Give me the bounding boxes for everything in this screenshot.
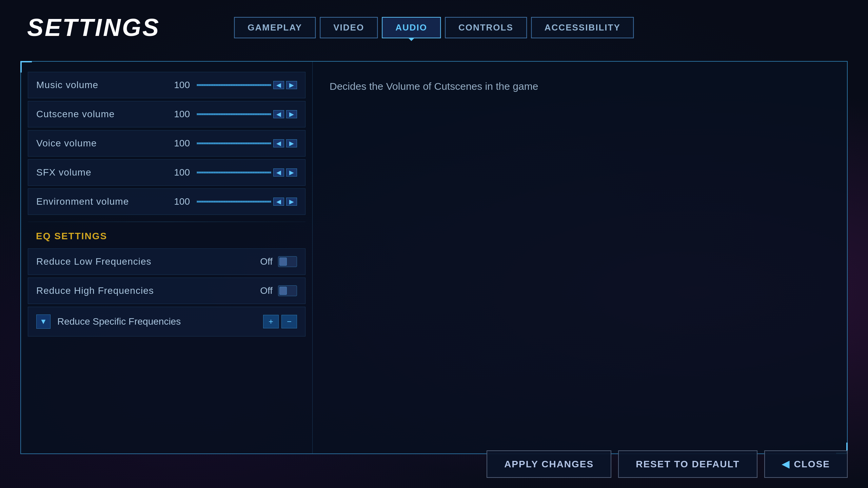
voice-slider-fill (197, 143, 271, 144)
reduce-low-freq-label: Reduce Low Frequencies (36, 256, 260, 267)
music-increase-btn[interactable]: ▶ (286, 81, 297, 89)
sfx-increase-btn[interactable]: ▶ (286, 168, 297, 177)
environment-slider-fill (197, 201, 271, 202)
close-button-label: CLOSE (794, 459, 830, 470)
reduce-high-freq-toggle[interactable] (278, 285, 297, 296)
tab-accessibility[interactable]: ACCESSIBILITY (531, 17, 634, 38)
reduce-specific-add-btn[interactable]: + (263, 315, 279, 328)
settings-list: Music volume 100 ◀ ▶ Cutscene volume 100… (21, 62, 313, 453)
voice-volume-slider[interactable]: ◀ ▶ (197, 139, 297, 147)
reduce-low-freq-toggle-container[interactable]: Off (260, 256, 297, 267)
reduce-low-freq-toggle[interactable] (278, 256, 297, 267)
cutscene-slider-track (197, 113, 271, 115)
cutscene-increase-btn[interactable]: ▶ (286, 110, 297, 118)
apply-changes-button[interactable]: APPLY CHANGES (487, 450, 611, 478)
eq-section-divider (28, 222, 305, 222)
environment-volume-value: 100 (170, 196, 190, 207)
cutscene-volume-row[interactable]: Cutscene volume 100 ◀ ▶ (28, 101, 305, 127)
cutscene-volume-slider[interactable]: ◀ ▶ (197, 110, 297, 118)
reduce-high-freq-label: Reduce High Frequencies (36, 285, 260, 296)
tab-audio[interactable]: AUDIO (382, 17, 441, 38)
reset-to-default-button[interactable]: RESET TO DEFAULT (618, 450, 757, 478)
reduce-specific-freq-label: Reduce Specific Frequencies (57, 316, 260, 327)
cutscene-volume-value: 100 (170, 109, 190, 120)
tab-controls[interactable]: CONTROLS (445, 17, 527, 38)
music-volume-value: 100 (170, 80, 190, 90)
reduce-high-freq-value: Off (260, 285, 273, 296)
close-button[interactable]: ◀ CLOSE (764, 450, 848, 478)
music-decrease-btn[interactable]: ◀ (273, 81, 284, 89)
info-panel: Decides the Volume of Cutscenes in the g… (313, 62, 847, 453)
reduce-high-freq-thumb (279, 287, 287, 295)
sfx-volume-value: 100 (170, 167, 190, 178)
cutscene-slider-fill (197, 114, 271, 115)
environment-slider-track (197, 201, 271, 203)
environment-increase-btn[interactable]: ▶ (286, 198, 297, 206)
reduce-low-freq-thumb (279, 258, 287, 266)
reduce-high-freq-row[interactable]: Reduce High Frequencies Off (28, 278, 305, 304)
music-slider-fill (197, 84, 271, 86)
music-volume-label: Music volume (36, 80, 170, 90)
sfx-volume-label: SFX volume (36, 167, 170, 178)
cutscene-volume-label: Cutscene volume (36, 109, 170, 120)
reduce-low-freq-row[interactable]: Reduce Low Frequencies Off (28, 248, 305, 275)
environment-volume-label: Environment volume (36, 196, 170, 207)
environment-volume-slider[interactable]: ◀ ▶ (197, 198, 297, 206)
reduce-low-freq-value: Off (260, 256, 273, 267)
voice-decrease-btn[interactable]: ◀ (273, 139, 284, 147)
environment-decrease-btn[interactable]: ◀ (273, 198, 284, 206)
close-arrow-icon: ◀ (782, 459, 790, 470)
voice-volume-label: Voice volume (36, 138, 170, 149)
voice-increase-btn[interactable]: ▶ (286, 139, 297, 147)
voice-slider-track (197, 142, 271, 144)
reduce-specific-remove-btn[interactable]: − (281, 315, 297, 328)
sfx-slider-fill (197, 172, 271, 173)
cutscene-decrease-btn[interactable]: ◀ (273, 110, 284, 118)
main-panel: Music volume 100 ◀ ▶ Cutscene volume 100… (20, 61, 848, 454)
sfx-decrease-btn[interactable]: ◀ (273, 168, 284, 177)
reduce-specific-freq-row[interactable]: ▼ Reduce Specific Frequencies + − (28, 307, 305, 337)
sfx-slider-track (197, 171, 271, 174)
voice-volume-value: 100 (170, 138, 190, 149)
sfx-volume-slider[interactable]: ◀ ▶ (197, 168, 297, 177)
reduce-high-freq-toggle-container[interactable]: Off (260, 285, 297, 296)
music-volume-slider[interactable]: ◀ ▶ (197, 81, 297, 89)
page-title: SETTINGS (27, 14, 160, 41)
tab-gameplay[interactable]: GAMEPLAY (234, 17, 316, 38)
eq-section-label: EQ SETTINGS (28, 227, 305, 248)
nav-tabs: GAMEPLAY VIDEO AUDIO CONTROLS ACCESSIBIL… (234, 17, 634, 38)
environment-volume-row[interactable]: Environment volume 100 ◀ ▶ (28, 188, 305, 215)
bottom-bar: APPLY CHANGES RESET TO DEFAULT ◀ CLOSE (487, 450, 848, 478)
music-volume-row[interactable]: Music volume 100 ◀ ▶ (28, 72, 305, 98)
sfx-volume-row[interactable]: SFX volume 100 ◀ ▶ (28, 159, 305, 186)
info-text: Decides the Volume of Cutscenes in the g… (330, 79, 830, 94)
dropdown-expand-icon[interactable]: ▼ (36, 314, 51, 329)
music-slider-track (197, 84, 271, 86)
tab-video[interactable]: VIDEO (320, 17, 378, 38)
header: SETTINGS (27, 14, 160, 41)
voice-volume-row[interactable]: Voice volume 100 ◀ ▶ (28, 130, 305, 157)
